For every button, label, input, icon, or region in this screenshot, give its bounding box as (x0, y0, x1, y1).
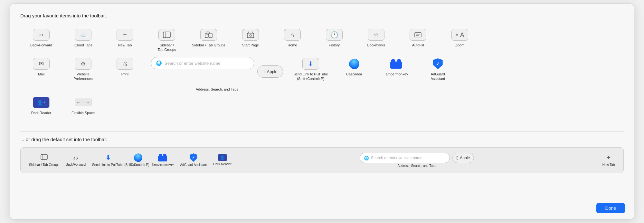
dt-cascadea[interactable]: Cascadea (128, 152, 148, 168)
dt-tampermonkey-label: Tampermonkey (152, 162, 174, 167)
adguard-icon: ✓ (430, 57, 446, 71)
dt-dark-reader-label: Dark Reader (213, 162, 232, 166)
flexible-space-label: Flexible Space (71, 111, 95, 115)
toolbar-item-print[interactable]: 🖨 Print (104, 54, 146, 83)
dt-back-forward-label: Back/Forward (66, 162, 86, 167)
dt-sidebar-label: Sidebar / Tab Groups (29, 163, 59, 167)
dt-sidebar[interactable]: Sidebar / Tab Groups (26, 152, 62, 168)
toolbar-item-sidebar-tabgroups[interactable]: Sidebar /Tab Groups (146, 25, 188, 54)
flex-space-visual: ←···→ (75, 99, 91, 106)
toolbar-item-address-search-tabs[interactable]: 🌐 Search or enter website name  Apple A… (148, 54, 286, 93)
dt-dark-reader-icon: 👤 (218, 154, 227, 161)
drag-hint: Drag your favorite items into the toolba… (20, 13, 624, 18)
toolbar-item-send-link[interactable]: ⬇ Send Link to PullTube(Shift+Control+P) (288, 54, 333, 83)
dt-tampermonkey-icon (158, 154, 167, 161)
new-tab-icon: + (117, 28, 133, 42)
toolbar-item-new-tab[interactable]: + New Tab (104, 25, 146, 54)
address-bar-placeholder: Search or enter website name (165, 61, 220, 66)
dt-dark-reader[interactable]: 👤 Dark Reader (210, 153, 235, 168)
dt-adguard-icon: ✓ (190, 153, 197, 162)
toolbar-item-history[interactable]: 🕐 History (313, 25, 355, 54)
autofill-label: AutoFill (412, 43, 424, 47)
apple-logo-icon:  (263, 69, 264, 74)
apple-button-label: Apple (267, 69, 277, 74)
toolbar-item-back-forward[interactable]: ‹ › Back/Forward (20, 25, 62, 54)
divider (20, 131, 624, 131)
toolbar-customizer-window: Drag your favorite items into the toolba… (10, 4, 634, 219)
back-forward-icon: ‹ › (33, 28, 50, 42)
dt-back-forward[interactable]: ‹ › Back/Forward (62, 153, 89, 168)
dt-new-tab[interactable]: + New Tab (599, 152, 618, 168)
toolbar-item-icloud-tabs[interactable]: ☁️ iCloud Tabs (62, 25, 104, 54)
tab-overview-label: Sidebar / Tab Groups (192, 43, 225, 47)
home-label: Home (288, 43, 297, 47)
dark-reader-label: Dark Reader (31, 111, 51, 115)
dt-address-group[interactable]: 🌐 Search or enter website name  Apple A… (235, 151, 599, 169)
dt-adguard[interactable]: ✓ AdGuard Assistant (177, 152, 210, 168)
dt-back-forward-icon: ‹ › (73, 154, 78, 161)
svg-rect-0 (163, 32, 170, 38)
dt-apple-button[interactable]:  Apple (452, 153, 474, 163)
dt-send-link[interactable]: ⬇ Send Link to PullTube (Shift+Control+P… (89, 152, 128, 168)
flexible-space-icon: ←···→ (75, 96, 91, 109)
items-row-3: 👤 + Dark Reader ←···→ Flexible Space (20, 93, 624, 122)
toolbar-item-cascadea[interactable]: Cascadea (333, 54, 375, 83)
dt-send-link-label: Send Link to PullTube (Shift+Control+P) (92, 163, 124, 167)
bookmarks-label: Bookmarks (367, 43, 385, 47)
default-hint: ... or drag the default set into the too… (20, 137, 624, 142)
apple-button-widget:  Apple (257, 65, 283, 78)
done-button[interactable]: Done (596, 203, 625, 213)
history-icon: 🕐 (326, 28, 343, 42)
tab-overview-icon (200, 28, 217, 42)
print-label: Print (121, 72, 129, 76)
toolbar-item-start-page[interactable]: Start Page (230, 25, 271, 54)
svg-rect-7 (415, 33, 421, 37)
toolbar-item-dark-reader[interactable]: 👤 + Dark Reader (20, 93, 62, 122)
dt-new-tab-icon: + (607, 153, 611, 162)
dt-apple-label: Apple (460, 156, 470, 160)
icloud-tabs-icon: ☁️ (75, 28, 91, 42)
items-row-1: ‹ › Back/Forward ☁️ iCloud Tabs + New Ta… (20, 25, 624, 54)
dt-tampermonkey[interactable]: Tampermonkey (148, 152, 177, 168)
adguard-label: AdGuardAssistant (431, 72, 445, 81)
cascadea-label: Cascadea (346, 72, 362, 76)
toolbar-item-tab-overview[interactable]: Sidebar / Tab Groups (188, 25, 230, 54)
default-toolbar-bar: Sidebar / Tab Groups ‹ › Back/Forward ⬇ … (20, 147, 624, 173)
address-bar-mock: 🌐 Search or enter website name (151, 57, 254, 69)
svg-point-6 (250, 34, 251, 36)
toolbar-item-tampermonkey[interactable]: Tampermonkey (375, 54, 417, 83)
toolbar-item-home[interactable]: ⌂ Home (271, 25, 313, 54)
bookmarks-icon: ☆ (368, 28, 384, 42)
toolbar-item-adguard[interactable]: ✓ AdGuardAssistant (417, 54, 459, 83)
address-apple-row: 🌐 Search or enter website name  Apple (151, 57, 283, 86)
start-page-label: Start Page (242, 43, 259, 47)
toolbar-item-website-preferences[interactable]: ⚙ WebsitePreferences (62, 54, 104, 83)
toolbar-item-mail[interactable]: ✉ Mail (20, 54, 62, 83)
toolbar-item-zoom[interactable]: A A Zoom (439, 25, 481, 54)
website-preferences-icon: ⚙ (75, 57, 91, 71)
dt-sidebar-icon (41, 153, 48, 162)
zoom-icon: A A (451, 28, 468, 42)
mail-label: Mail (38, 72, 44, 76)
dt-cascadea-icon (132, 152, 144, 163)
mail-icon: ✉ (33, 57, 50, 71)
website-preferences-label: WebsitePreferences (73, 72, 92, 81)
icloud-tabs-label: iCloud Tabs (74, 43, 92, 47)
new-tab-label: New Tab (118, 43, 132, 47)
dark-reader-icon: 👤 + (33, 96, 50, 109)
sidebar-tabgroups-icon (158, 28, 175, 42)
toolbar-item-bookmarks[interactable]: ☆ Bookmarks (355, 25, 397, 54)
toolbar-item-flexible-space[interactable]: ←···→ Flexible Space (62, 93, 104, 122)
history-label: History (329, 43, 340, 47)
dt-send-link-icon: ⬇ (105, 153, 111, 162)
address-group-label: Address, Search, and Tabs (196, 87, 238, 91)
dt-apple-logo-icon:  (457, 155, 458, 161)
toolbar-item-autofill[interactable]: AutoFill (397, 25, 439, 54)
dt-cascadea-label: Cascadea (131, 163, 145, 167)
dt-new-tab-label: New Tab (602, 163, 615, 167)
items-row-2: ✉ Mail ⚙ WebsitePreferences 🖨 Print (20, 54, 624, 93)
home-icon: ⌂ (284, 28, 301, 42)
send-link-icon: ⬇ (302, 57, 319, 71)
autofill-icon (410, 28, 426, 42)
print-icon: 🖨 (117, 57, 133, 71)
